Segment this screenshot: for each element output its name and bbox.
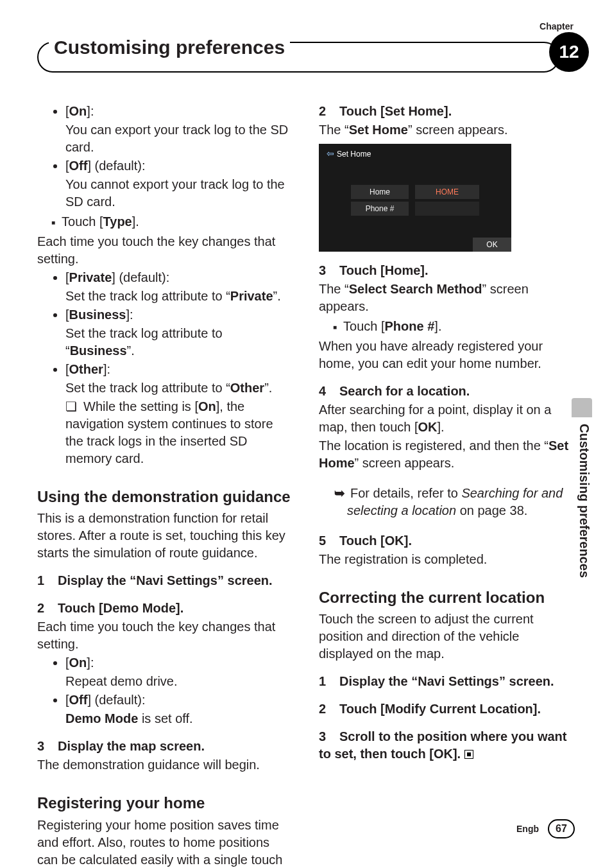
type-private: [Private] (default): xyxy=(65,269,293,286)
chapter-number-badge: 12 xyxy=(549,32,589,72)
note-list: While the setting is [On], the navigatio… xyxy=(37,398,293,467)
demo-intro: This is a demonstration function for ret… xyxy=(37,510,293,562)
demo-off: [Off] (default): xyxy=(65,691,293,709)
type-other-desc: Set the track log attribute to “Other”. xyxy=(37,379,293,397)
type-business: [Business]: xyxy=(65,306,293,324)
register-step-4-line2: The location is registered, and then the… xyxy=(319,437,575,472)
touch-phone-row: Touch [Phone #]. xyxy=(319,318,575,335)
type-other: [Other]: xyxy=(65,361,293,378)
correct-location-heading: Correcting the current location xyxy=(319,587,575,608)
option-off-desc: You cannot export your track log to the … xyxy=(37,176,293,211)
register-step-5: 5Touch [OK]. xyxy=(319,532,575,550)
chapter-label: Chapter xyxy=(540,21,574,33)
side-tab: Customising preferences xyxy=(575,424,593,578)
type-list: [Private] (default): xyxy=(37,269,293,286)
touch-type-row: Touch [Type]. xyxy=(37,213,293,230)
register-step-2-after: The “Set Home” screen appears. xyxy=(319,121,575,139)
shot-title: Set Home xyxy=(327,148,371,160)
correct-step-3: 3Scroll to the position where you want t… xyxy=(319,728,575,763)
register-step-5-after: The registration is completed. xyxy=(319,551,575,568)
demo-step-3-after: The demonstration guidance will begin. xyxy=(37,756,293,774)
touch-type: Touch [Type]. xyxy=(51,213,293,230)
correct-location-intro: Touch the screen to adjust the current p… xyxy=(319,611,575,663)
demo-heading: Using the demonstration guidance xyxy=(37,487,293,507)
option-on: [On]: xyxy=(65,103,293,120)
export-options-list-2: [Off] (default): xyxy=(37,157,293,175)
demo-on-desc: Repeat demo drive. xyxy=(37,673,293,690)
shot-ok-button: OK xyxy=(473,238,511,252)
register-step-4: 4Search for a location. xyxy=(319,383,575,400)
register-home-intro: Registering your home position saves tim… xyxy=(37,817,293,868)
page-header: Chapter Customising preferences 12 xyxy=(37,32,575,77)
option-off-label: Off xyxy=(69,159,88,173)
type-business-desc: Set the track log attribute to “Business… xyxy=(37,325,293,360)
xref-search-location: For details, refer to Searching for and … xyxy=(319,485,575,519)
footer-language: Engb xyxy=(516,823,539,835)
page-footer: Engb 67 xyxy=(516,819,575,838)
chapter-title: Customising preferences xyxy=(49,35,290,61)
option-off: [Off] (default): xyxy=(65,157,293,175)
demo-step-3: 3Display the map screen. xyxy=(37,738,293,755)
shot-home-value: HOME xyxy=(415,185,479,199)
register-home-heading: Registering your home xyxy=(37,793,293,813)
export-options-list: [On]: xyxy=(37,103,293,120)
each-time-text: Each time you touch the key changes that… xyxy=(37,233,293,268)
set-home-screenshot: Set Home Home HOME Phone # OK xyxy=(319,144,511,252)
demo-step-2: 2Touch [Demo Mode]. xyxy=(37,600,293,617)
register-step-4-line1: After searching for a point, display it … xyxy=(319,401,575,436)
demo-off-desc: Demo Mode is set off. xyxy=(37,710,293,727)
touch-phone-desc: When you have already registered your ho… xyxy=(319,338,575,372)
touch-phone: Touch [Phone #]. xyxy=(333,318,575,335)
register-step-2: 2Touch [Set Home]. xyxy=(319,103,575,120)
option-on-label: On xyxy=(69,104,87,118)
sd-note: While the setting is [On], the navigatio… xyxy=(65,398,293,467)
left-column: [On]: You can export your track log to t… xyxy=(37,103,293,868)
shot-home-label: Home xyxy=(351,185,409,199)
correct-step-2: 2Touch [Modify Current Location]. xyxy=(319,700,575,718)
demo-on: [On]: xyxy=(65,654,293,672)
demo-step-2-after: Each time you touch the key changes that… xyxy=(37,618,293,653)
type-private-desc: Set the track log attribute to “Private”… xyxy=(37,288,293,305)
correct-step-1: 1Display the “Navi Settings” screen. xyxy=(319,673,575,690)
section-end-icon xyxy=(464,750,473,759)
option-on-desc: You can export your track log to the SD … xyxy=(37,121,293,156)
right-column: 2Touch [Set Home]. The “Set Home” screen… xyxy=(319,103,575,868)
option-off-default: (default): xyxy=(91,159,145,173)
page-number-badge: 67 xyxy=(548,819,575,838)
demo-step-1: 1Display the “Navi Settings” screen. xyxy=(37,572,293,589)
shot-phone-value xyxy=(415,202,479,216)
register-step-3-after: The “Select Search Method” screen appear… xyxy=(319,281,575,315)
register-step-3: 3Touch [Home]. xyxy=(319,262,575,279)
shot-phone-label: Phone # xyxy=(351,202,409,216)
